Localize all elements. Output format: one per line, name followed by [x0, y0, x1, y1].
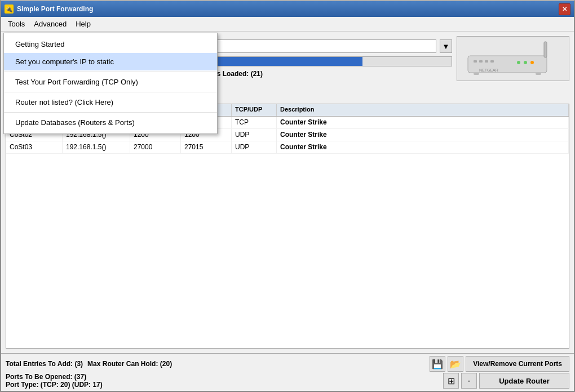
dropdown-item-update-databases[interactable]: Update Databases (Routers & Ports) [4, 114, 217, 131]
dropdown-item-router-not-listed[interactable]: Router not listed? (Click Here) [4, 93, 217, 111]
table-cell: Counter Strike [277, 141, 569, 153]
dropdown-item-set-static-ip[interactable]: Set you computer's IP to static [4, 53, 217, 70]
bottom-row2: Ports To Be Opened: (37) Port Type: (TCP… [6, 373, 569, 389]
table-cell: TCP [232, 117, 277, 128]
port-table: App Name Forwarded To Start Port End Por… [6, 104, 569, 349]
router-dropdown-arrow[interactable]: ▼ [440, 39, 452, 53]
dropdown-separator-2 [4, 92, 217, 92]
total-entries-label: Total Entries To Add: (3) [6, 360, 83, 368]
router-svg: NETGEAR [462, 39, 564, 78]
svg-rect-1 [544, 42, 547, 57]
help-menu[interactable]: Help [71, 18, 95, 30]
advanced-menu[interactable]: Advanced [29, 18, 71, 30]
menu-bar: Tools Getting Started Set you computer's… [1, 17, 574, 32]
svg-rect-4 [485, 60, 488, 63]
view-remove-button[interactable]: View/Remove Current Ports [466, 356, 569, 372]
table-cell: 27015 [181, 141, 232, 153]
update-router-button[interactable]: Update Router [479, 373, 569, 389]
ports-to-open-label: Ports To Be Opened: (37) [6, 373, 103, 381]
save-button[interactable]: 💾 [430, 356, 445, 372]
svg-rect-5 [490, 60, 494, 63]
grid-button[interactable]: ⊞ [443, 373, 459, 389]
minus-button[interactable]: - [461, 373, 477, 389]
table-cell: Counter Strike [277, 129, 569, 141]
main-window: 🔌 Simple Port Forwarding ✕ Tools Getting… [0, 0, 575, 392]
svg-point-7 [524, 61, 527, 64]
table-cell: 192.168.1.5() [63, 141, 130, 153]
port-type-label: Port Type: (TCP: 20) (UDP: 17) [6, 381, 103, 389]
svg-rect-10 [536, 73, 541, 75]
svg-point-8 [530, 61, 534, 64]
table-row[interactable]: CoSt03192.168.1.5()2700027015UDPCounter … [6, 141, 569, 154]
table-cell: UDP [232, 129, 277, 141]
col-protocol: TCP/UDP [232, 104, 277, 116]
tools-menu-container: Tools Getting Started Set you computer's… [3, 18, 29, 30]
svg-point-6 [517, 61, 520, 64]
router-image: NETGEAR [457, 36, 569, 81]
svg-rect-9 [474, 73, 479, 75]
bottom-right-buttons-2: ⊞ - Update Router [443, 373, 569, 389]
title-bar-left: 🔌 Simple Port Forwarding [5, 5, 93, 14]
bottom-right-buttons: 💾 📂 View/Remove Current Ports [430, 356, 569, 372]
table-cell: 27000 [130, 141, 181, 153]
table-cell: UDP [232, 141, 277, 153]
dropdown-separator-3 [4, 112, 217, 113]
table-cell: Counter Strike [277, 117, 569, 128]
bottom-bar: Total Entries To Add: (3) Max Router Can… [1, 353, 574, 391]
close-button[interactable]: ✕ [559, 3, 570, 15]
svg-text:NETGEAR: NETGEAR [479, 68, 498, 72]
svg-rect-2 [474, 60, 477, 63]
bottom-row1: Total Entries To Add: (3) Max Router Can… [6, 356, 569, 372]
svg-rect-3 [479, 60, 483, 63]
max-router-label: Max Router Can Hold: (20) [87, 360, 172, 368]
app-icon: 🔌 [5, 5, 14, 14]
tools-menu[interactable]: Tools [3, 18, 29, 30]
dropdown-item-getting-started[interactable]: Getting Started [4, 35, 217, 53]
table-body: CoSt01192.168.1.5()2702027039TCPCounter … [6, 117, 569, 348]
folder-button[interactable]: 📂 [448, 356, 463, 372]
dropdown-separator-1 [4, 72, 217, 72]
col-description: Description [277, 104, 569, 116]
dropdown-item-test-port-forwarding[interactable]: Test Your Port Forwarding (TCP Only) [4, 73, 217, 91]
table-cell: CoSt03 [6, 141, 63, 153]
ports-info: Ports To Be Opened: (37) Port Type: (TCP… [6, 373, 103, 389]
title-bar: 🔌 Simple Port Forwarding ✕ [1, 1, 574, 17]
tools-dropdown: Getting Started Set you computer's IP to… [3, 33, 218, 134]
window-title: Simple Port Forwarding [17, 5, 93, 13]
